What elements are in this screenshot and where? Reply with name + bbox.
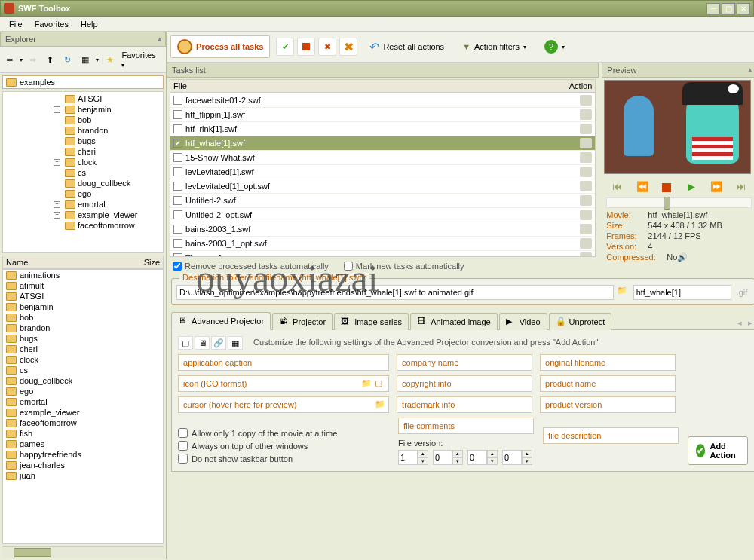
tree-item[interactable]: +clock — [5, 157, 161, 167]
version-minor[interactable]: ▴▾ — [433, 450, 463, 465]
tab-advanced-projector[interactable]: 🖥Advanced Projector — [171, 312, 271, 330]
tree-item[interactable]: cs — [5, 167, 161, 178]
task-item[interactable]: Untitled-2.swf — [170, 194, 595, 208]
task-item[interactable]: levLevitated[1]_opt.swf — [170, 179, 595, 194]
check-button[interactable]: ✔ — [276, 38, 294, 56]
last-button[interactable]: ⏭ — [734, 179, 749, 193]
list-item[interactable]: jean-charles — [3, 460, 163, 470]
folder-tree[interactable]: ATSGI+benjaminbobbrandonbugscheri+clockc… — [2, 91, 164, 253]
tree-item[interactable]: ego — [5, 188, 161, 199]
task-item[interactable]: ✔htf_whale[1].swf — [170, 136, 595, 151]
list-item[interactable]: fish — [3, 428, 163, 439]
list-item[interactable]: clock — [3, 354, 163, 365]
task-item[interactable]: bains-2003_1.swf — [170, 222, 595, 237]
list-item[interactable]: doug_collbeck — [3, 375, 163, 386]
product-version-field[interactable]: product version — [540, 396, 676, 413]
stop-task-button[interactable] — [297, 38, 315, 56]
path-bar[interactable]: examples — [2, 75, 164, 89]
slider-thumb[interactable] — [664, 197, 670, 210]
version-major[interactable]: ▴▾ — [398, 450, 428, 465]
task-item[interactable]: htf_flippin[1].swf — [170, 108, 595, 122]
dest-filename-input[interactable] — [633, 285, 731, 300]
forward-button[interactable]: ➡ — [26, 53, 40, 66]
list-item[interactable]: example_viewer — [3, 407, 163, 418]
task-item[interactable]: facewebsite01-2.swf — [170, 93, 595, 108]
tree-item[interactable]: +benjamin — [5, 104, 161, 115]
list-item[interactable]: emortal — [3, 396, 163, 407]
tab-video[interactable]: ▶Video — [499, 313, 547, 330]
mini-new[interactable]: ▢ — [178, 336, 193, 350]
copyright-field[interactable]: copyright info — [397, 375, 532, 392]
remove-auto-checkbox[interactable]: Remove processed tasks automatically — [173, 262, 329, 271]
size-column[interactable]: Size — [144, 258, 160, 267]
trademark-field[interactable]: trademark info — [397, 396, 532, 413]
browse-cursor-icon[interactable]: 📁 — [375, 399, 385, 410]
list-item[interactable]: atimult — [3, 280, 163, 291]
menu-favorites[interactable]: Favorites — [29, 18, 75, 30]
app-caption-field[interactable]: application caption — [178, 354, 389, 371]
view-dropdown[interactable]: ▾ — [96, 57, 99, 63]
list-item[interactable]: bob — [3, 312, 163, 323]
tasks-list[interactable]: facewebsite01-2.swfhtf_flippin[1].swfhtf… — [170, 93, 596, 257]
tab-image-series[interactable]: 🖼Image series — [334, 313, 409, 330]
tree-item[interactable]: doug_collbeck — [5, 178, 161, 188]
task-item[interactable]: htf_rink[1].swf — [170, 122, 595, 136]
allow-one-copy-checkbox[interactable]: Allow only 1 copy of the movie at a time — [178, 427, 389, 439]
list-item[interactable]: animations — [3, 270, 163, 280]
tab-next[interactable]: ▸ — [746, 317, 754, 329]
tab-animated-image[interactable]: 🎞Animated image — [410, 313, 498, 330]
maximize-button[interactable]: ▢ — [722, 3, 735, 14]
orig-filename-field[interactable]: original filename — [540, 354, 676, 371]
rewind-button[interactable]: ⏪ — [635, 179, 650, 193]
task-item[interactable]: levLevitated[1].swf — [170, 165, 595, 179]
collapse-icon[interactable]: ▴ — [158, 34, 162, 44]
menu-help[interactable]: Help — [75, 18, 104, 30]
browse-folder-icon[interactable]: 📁 — [617, 286, 630, 299]
sound-icon[interactable]: 🔊 — [677, 252, 688, 262]
list-item[interactable]: happytreefriends — [3, 449, 163, 460]
minimize-button[interactable]: ─ — [706, 3, 720, 14]
list-item[interactable]: games — [3, 439, 163, 449]
h-scrollbar[interactable] — [2, 546, 164, 558]
action-filters-button[interactable]: ▼ Action filters ▾ — [456, 39, 532, 54]
tree-item[interactable]: cheri — [5, 146, 161, 157]
reset-all-button[interactable]: ↶ Reset all actions — [363, 37, 450, 57]
file-comments-field[interactable]: file comments — [398, 418, 534, 434]
tab-projector[interactable]: 📽Projector — [272, 313, 333, 330]
file-list-header[interactable]: Name Size — [2, 256, 164, 269]
mark-auto-checkbox[interactable]: Mark new tasks automatically — [344, 262, 464, 271]
version-rev[interactable]: ▴▾ — [502, 450, 532, 465]
process-all-button[interactable]: Process all tasks — [170, 35, 270, 58]
icon-field[interactable]: icon (ICO format)📁▢ — [178, 375, 389, 392]
tree-item[interactable]: brandon — [5, 125, 161, 136]
product-name-field[interactable]: product name — [540, 375, 676, 392]
list-item[interactable]: ego — [3, 386, 163, 396]
add-action-button[interactable]: ✔ Add Action — [688, 436, 748, 465]
file-column[interactable]: File — [173, 81, 569, 90]
always-on-top-checkbox[interactable]: Always on top of other windows — [178, 439, 389, 452]
back-dropdown[interactable]: ▾ — [20, 57, 23, 63]
list-item[interactable]: cheri — [3, 344, 163, 354]
company-field[interactable]: company name — [397, 354, 532, 371]
first-button[interactable]: ⏮ — [610, 179, 625, 193]
mini-link[interactable]: 🔗 — [211, 336, 226, 350]
action-column[interactable]: Action — [569, 81, 593, 90]
tree-item[interactable]: +example_viewer — [5, 210, 161, 220]
tree-item[interactable]: bob — [5, 115, 161, 125]
forward-button[interactable]: ⏩ — [709, 179, 724, 193]
delete-button[interactable]: ✖ — [318, 38, 336, 56]
task-item[interactable]: bains-2003_1_opt.swf — [170, 237, 595, 251]
tree-item[interactable]: +emortal — [5, 199, 161, 210]
cursor-field[interactable]: cursor (hover here for preview)📁 — [178, 396, 389, 413]
seek-slider[interactable] — [606, 197, 752, 208]
list-item[interactable]: ATSGI — [3, 291, 163, 301]
list-item[interactable]: brandon — [3, 323, 163, 333]
view-button[interactable]: ▦ — [78, 53, 92, 66]
back-button[interactable]: ⬅ — [2, 53, 17, 66]
play-button[interactable]: ▶ — [684, 179, 699, 193]
task-item[interactable]: 15-Snow What.swf — [170, 151, 595, 165]
file-list[interactable]: animationsatimultATSGIbenjaminbobbrandon… — [2, 269, 164, 544]
up-button[interactable]: ⬆ — [43, 53, 57, 66]
no-taskbar-checkbox[interactable]: Do not show taskbar button — [178, 452, 389, 465]
icon-preview[interactable]: ▢ — [375, 378, 385, 389]
